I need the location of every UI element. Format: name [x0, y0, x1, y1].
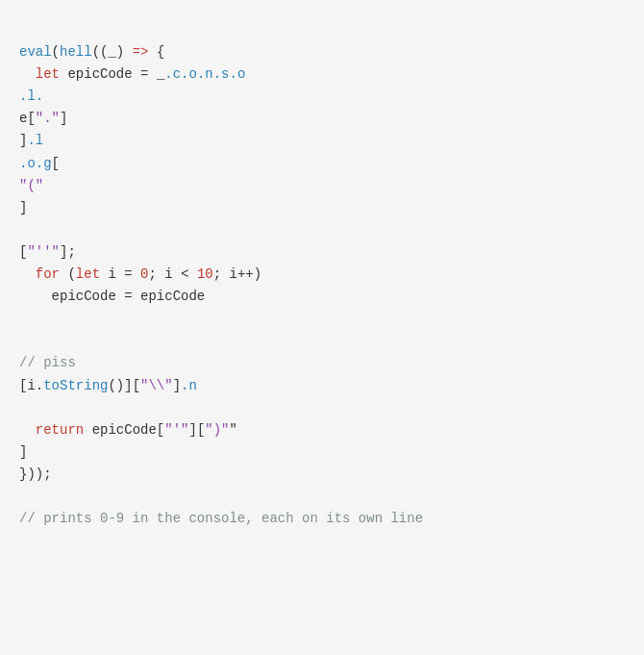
line-5: ].l: [19, 133, 43, 148]
line-10: ["''"];: [19, 244, 76, 260]
line-2: let epicCode = _.c.o.n.s.o: [19, 66, 245, 82]
line-20: }));: [19, 466, 52, 482]
line-18: return epicCode["'"][")"": [19, 422, 237, 438]
line-8: ]: [19, 200, 27, 215]
line-19: ]: [19, 444, 27, 460]
line-16: [i.toString()]["\\"].n: [19, 378, 197, 393]
line-9: [19, 222, 27, 238]
line-7: "(": [19, 178, 43, 193]
line-12: epicCode = epicCode: [19, 289, 205, 304]
line-15: // piss: [19, 355, 76, 370]
line-3: .l.: [19, 88, 43, 104]
line-13: [19, 311, 27, 326]
code-content: eval(hell((_) => { let epicCode = _.c.o.…: [19, 19, 625, 552]
line-22: // prints 0-9 in the console, each on it…: [19, 511, 423, 526]
line-21: [19, 489, 27, 504]
line-1: eval(hell((_) => {: [19, 44, 164, 60]
line-4: e["."]: [19, 111, 67, 126]
code-editor: eval(hell((_) => { let epicCode = _.c.o.…: [0, 0, 644, 655]
line-17: [19, 400, 27, 416]
line-14: [19, 333, 27, 348]
line-6: .o.g[: [19, 156, 60, 171]
line-11: for (let i = 0; i < 10; i++): [19, 266, 261, 282]
